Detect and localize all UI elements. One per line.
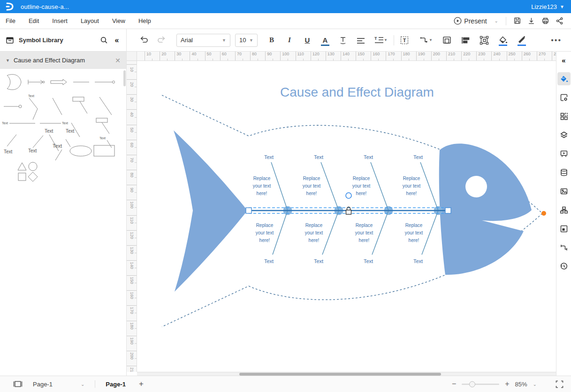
fill-style-icon[interactable] (557, 72, 571, 85)
cause-text-bottom[interactable]: Replace (405, 223, 423, 228)
history-icon[interactable] (557, 260, 571, 273)
bone-label-top[interactable]: Text (364, 154, 373, 160)
app-logo-icon[interactable] (4, 2, 16, 11)
menu-view[interactable]: View (106, 13, 132, 29)
bone-label-bottom[interactable]: Text (264, 258, 274, 264)
cause-text-bottom[interactable]: your text (355, 230, 373, 235)
cause-text-bottom[interactable]: your text (405, 230, 423, 235)
cause-text-top[interactable]: here! (356, 191, 367, 196)
diagram-title[interactable]: Cause and Effect Diagram (280, 85, 434, 99)
align-text-button[interactable] (354, 34, 367, 47)
bone-line-top[interactable] (271, 162, 288, 211)
redo-button[interactable] (155, 34, 168, 47)
presentation-icon[interactable] (557, 147, 571, 160)
selection-handle-right[interactable] (445, 208, 451, 213)
cause-text-top[interactable]: here! (257, 191, 267, 196)
page-settings-icon[interactable] (557, 91, 571, 104)
present-chevron-down-icon[interactable]: ⌄ (492, 18, 501, 23)
connector-route-icon[interactable] (557, 241, 571, 254)
text-box-tool[interactable]: T (398, 34, 411, 47)
cause-text-top[interactable]: Replace (353, 176, 370, 181)
connection-point-circle[interactable] (346, 193, 351, 198)
cause-text-bottom[interactable]: Replace (356, 223, 373, 228)
bone-line-top[interactable] (371, 162, 388, 211)
bones-layer[interactable]: TextReplaceyour texthere!TextReplaceyour… (253, 154, 443, 264)
bone-label-top[interactable]: Text (413, 154, 423, 160)
cause-text-top[interactable]: your text (352, 183, 371, 188)
cause-text-bottom[interactable]: here! (409, 238, 419, 243)
container-tool[interactable] (440, 34, 453, 47)
data-icon[interactable] (557, 166, 571, 179)
align-shapes-tool[interactable] (459, 34, 472, 47)
account-menu[interactable]: Lizzie123 ▼ (531, 3, 564, 10)
add-page-button[interactable]: + (139, 379, 144, 389)
cause-text-bottom[interactable]: Replace (256, 223, 274, 228)
cause-text-top[interactable]: your text (403, 183, 421, 188)
cause-text-top[interactable]: Replace (403, 176, 420, 181)
menu-help[interactable]: Help (132, 13, 158, 29)
zoom-out-button[interactable]: − (452, 380, 456, 388)
font-size-select[interactable]: 10 ▼ (235, 34, 258, 47)
components-icon[interactable] (557, 110, 571, 123)
share-icon[interactable] (553, 15, 565, 27)
present-button[interactable]: Present (451, 16, 489, 26)
bone-label-bottom[interactable]: Text (364, 258, 373, 264)
zoom-slider-thumb[interactable] (469, 381, 475, 387)
zoom-slider[interactable] (462, 384, 499, 385)
sidebar-collapse-icon[interactable]: « (557, 53, 571, 67)
font-color-button[interactable]: A (319, 34, 332, 47)
cause-text-top[interactable]: your text (253, 183, 271, 188)
page-canvas[interactable]: Cause and Effect Diagram TextReplaceyour… (137, 61, 556, 372)
undo-button[interactable] (137, 34, 150, 47)
bold-button[interactable]: B (265, 34, 278, 47)
cause-text-top[interactable]: here! (406, 191, 417, 196)
cause-text-top[interactable]: Replace (303, 176, 320, 181)
library-section-header[interactable]: ▼ Cause and Effect Diagram ✕ (0, 52, 126, 69)
horizontal-scrollbar[interactable] (137, 372, 556, 376)
underline-button[interactable]: U (301, 34, 314, 47)
org-structure-icon[interactable] (557, 204, 571, 217)
bone-label-top[interactable]: Text (264, 154, 274, 160)
italic-button[interactable]: I (283, 34, 296, 47)
fish-tail-shape[interactable] (174, 130, 246, 292)
layers-icon[interactable] (557, 128, 571, 142)
shape-gallery[interactable]: Text Text Text Text Text Text Text Text … (0, 69, 127, 191)
cause-text-bottom[interactable]: here! (259, 238, 270, 243)
cause-text-bottom[interactable]: Replace (305, 223, 323, 228)
print-icon[interactable] (539, 15, 551, 27)
bone-line-bottom[interactable] (372, 211, 388, 255)
more-tools-button[interactable]: ••• (551, 36, 562, 45)
fill-color-button[interactable] (496, 34, 510, 47)
bone-line-bottom[interactable] (422, 211, 438, 255)
menu-insert[interactable]: Insert (46, 13, 74, 29)
arrange-tool[interactable] (478, 34, 491, 47)
zoom-level[interactable]: 85% (515, 381, 527, 388)
bone-label-bottom[interactable]: Text (314, 258, 323, 264)
zoom-chevron-down-icon[interactable]: ⌄ (533, 382, 537, 387)
bone-line-bottom[interactable] (322, 211, 339, 255)
font-family-select[interactable]: Arial ▼ (176, 34, 230, 47)
image-icon[interactable] (557, 185, 571, 198)
download-icon[interactable] (525, 15, 537, 27)
cause-text-bottom[interactable]: here! (359, 238, 370, 243)
selection-handle-left[interactable] (246, 208, 251, 213)
cause-text-top[interactable]: here! (306, 191, 317, 196)
frame-icon[interactable] (557, 222, 571, 235)
connector-tool[interactable]: ▼ (418, 34, 434, 47)
page-tab[interactable]: Page-1 (106, 381, 126, 388)
cause-text-top[interactable]: Replace (253, 176, 271, 181)
anchor-point-orange[interactable] (541, 211, 546, 216)
library-search-icon[interactable] (97, 34, 110, 47)
bone-line-top[interactable] (420, 162, 438, 211)
fish-head-shape[interactable] (439, 143, 532, 275)
library-collapse-icon[interactable]: « (110, 34, 123, 47)
fullscreen-icon[interactable] (556, 380, 563, 388)
menu-edit[interactable]: Edit (22, 13, 46, 29)
line-spacing-button[interactable]: T ▼ (372, 34, 390, 47)
save-icon[interactable] (511, 15, 523, 27)
zoom-in-button[interactable]: + (505, 380, 509, 388)
cause-text-bottom[interactable]: here! (309, 238, 320, 243)
bone-label-bottom[interactable]: Text (413, 258, 423, 264)
bone-line-bottom[interactable] (273, 211, 288, 255)
cause-text-top[interactable]: your text (303, 183, 321, 188)
